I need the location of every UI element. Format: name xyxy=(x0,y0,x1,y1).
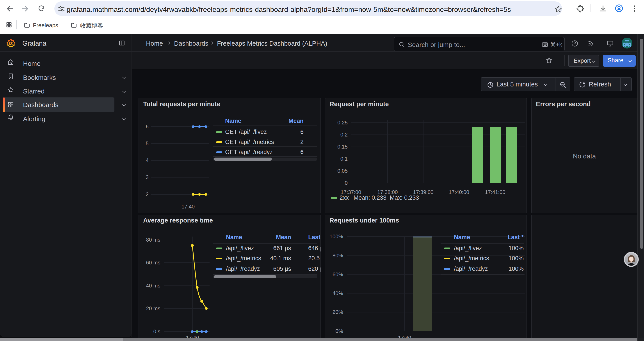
svg-text:0.1: 0.1 xyxy=(340,156,348,162)
svg-text:60 ms: 60 ms xyxy=(146,259,160,265)
svg-text:0.15: 0.15 xyxy=(337,144,348,150)
svg-text:100%: 100% xyxy=(330,233,343,239)
svg-text:0.05: 0.05 xyxy=(337,168,348,174)
svg-text:5: 5 xyxy=(146,140,148,146)
svg-text:17:39:00: 17:39:00 xyxy=(413,189,433,195)
svg-text:0%: 0% xyxy=(335,328,343,334)
svg-text:17:40: 17:40 xyxy=(181,204,194,210)
svg-text:20%: 20% xyxy=(332,309,343,315)
svg-text:0.25: 0.25 xyxy=(337,120,348,126)
svg-text:20 ms: 20 ms xyxy=(146,305,160,311)
svg-text:80 ms: 80 ms xyxy=(146,237,160,242)
svg-text:0.2: 0.2 xyxy=(340,132,348,138)
svg-text:0 s: 0 s xyxy=(153,328,160,334)
svg-text:3: 3 xyxy=(146,174,148,180)
svg-text:2: 2 xyxy=(146,191,148,197)
svg-text:40%: 40% xyxy=(332,290,343,296)
svg-text:17:41:00: 17:41:00 xyxy=(485,189,505,195)
svg-text:4: 4 xyxy=(146,157,148,163)
svg-text:17:38:00: 17:38:00 xyxy=(377,189,398,195)
svg-text:17:40:00: 17:40:00 xyxy=(448,189,469,195)
svg-text:17:37:00: 17:37:00 xyxy=(340,189,361,195)
svg-text:60%: 60% xyxy=(332,271,343,277)
svg-text:40 ms: 40 ms xyxy=(146,282,160,288)
svg-text:80%: 80% xyxy=(332,252,343,258)
svg-text:6: 6 xyxy=(146,124,148,129)
svg-text:0: 0 xyxy=(344,180,348,186)
